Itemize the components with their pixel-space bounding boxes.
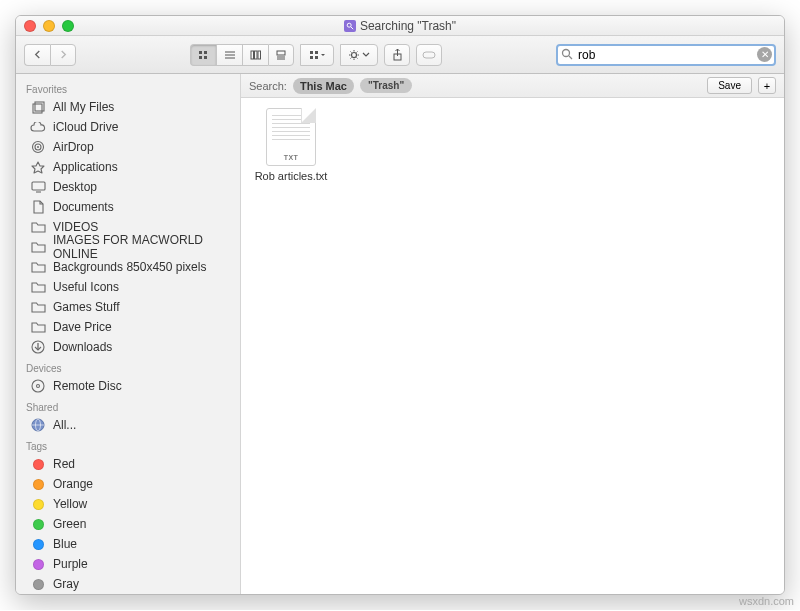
svg-rect-30 (423, 52, 435, 58)
svg-line-1 (351, 26, 353, 28)
sidebar-item[interactable]: Downloads (16, 337, 240, 357)
sidebar-item-label: Downloads (53, 340, 112, 354)
tag-icon (30, 457, 46, 471)
arrange-group (300, 44, 334, 66)
scope-bar: Search: This Mac "Trash" Save + (241, 74, 784, 98)
search-field-wrap: ✕ (556, 44, 776, 66)
sidebar-item[interactable]: Green (16, 514, 240, 534)
sidebar-item[interactable]: Red (16, 454, 240, 474)
folder-icon (30, 300, 46, 314)
sidebar-item[interactable]: AirDrop (16, 137, 240, 157)
svg-rect-15 (310, 51, 313, 54)
zoom-button[interactable] (62, 20, 74, 32)
view-mode-group (190, 44, 294, 66)
scope-this-mac[interactable]: This Mac (293, 78, 354, 94)
sidebar-item[interactable]: Desktop (16, 177, 240, 197)
sidebar-item-label: Green (53, 517, 86, 531)
sidebar-item-label: Gray (53, 577, 79, 591)
svg-rect-4 (199, 56, 202, 59)
svg-rect-11 (258, 51, 261, 59)
folder-icon (30, 240, 46, 254)
share-button[interactable] (384, 44, 410, 66)
desktop-icon (30, 180, 46, 194)
sidebar-item[interactable]: Remote Disc (16, 376, 240, 396)
svg-rect-3 (204, 51, 207, 54)
clear-search-icon[interactable]: ✕ (757, 47, 772, 62)
results-area: TXTRob articles.txt (241, 98, 784, 594)
sidebar-item[interactable]: Gray (16, 574, 240, 594)
sidebar-item[interactable]: IMAGES FOR MACWORLD ONLINE (16, 237, 240, 257)
svg-rect-34 (35, 102, 44, 111)
coverflow-view-button[interactable] (268, 44, 294, 66)
documents-icon (30, 200, 46, 214)
sidebar-item-label: Applications (53, 160, 118, 174)
tag-icon (30, 477, 46, 491)
window-title: Searching "Trash" (344, 19, 456, 33)
svg-point-0 (347, 23, 351, 27)
search-folder-icon (344, 20, 356, 32)
sidebar-item[interactable]: Backgrounds 850x450 pixels (16, 257, 240, 277)
column-view-button[interactable] (242, 44, 268, 66)
scope-label: Search: (249, 80, 287, 92)
back-button[interactable] (24, 44, 50, 66)
globe-icon (30, 418, 46, 432)
folder-icon (30, 320, 46, 334)
sidebar-item[interactable]: Documents (16, 197, 240, 217)
sidebar-item[interactable]: Dave Price (16, 317, 240, 337)
svg-rect-18 (315, 56, 318, 59)
search-input[interactable] (556, 44, 776, 66)
sidebar-item[interactable]: Applications (16, 157, 240, 177)
sidebar-item[interactable]: Useful Icons (16, 277, 240, 297)
close-button[interactable] (24, 20, 36, 32)
svg-line-25 (356, 57, 357, 58)
sidebar-item[interactable]: Yellow (16, 494, 240, 514)
list-view-button[interactable] (216, 44, 242, 66)
sidebar-item[interactable]: Blue (16, 534, 240, 554)
svg-rect-38 (32, 182, 45, 190)
sidebar-item-label: Blue (53, 537, 77, 551)
traffic-lights (24, 20, 74, 32)
icon-view-button[interactable] (190, 44, 216, 66)
all-files-icon (30, 100, 46, 114)
forward-button[interactable] (50, 44, 76, 66)
svg-rect-10 (254, 51, 257, 59)
sidebar-item-label: Useful Icons (53, 280, 119, 294)
sidebar: FavoritesAll My FilesiCloud DriveAirDrop… (16, 74, 241, 594)
sidebar-item-label: All My Files (53, 100, 114, 114)
svg-point-19 (351, 52, 356, 57)
sidebar-item-label: VIDEOS (53, 220, 98, 234)
apps-icon (30, 160, 46, 174)
save-search-button[interactable]: Save (707, 77, 752, 94)
sidebar-item-label: iCloud Drive (53, 120, 118, 134)
tag-icon (30, 517, 46, 531)
file-item[interactable]: TXTRob articles.txt (251, 108, 331, 182)
sidebar-item[interactable]: Purple (16, 554, 240, 574)
minimize-button[interactable] (43, 20, 55, 32)
tag-button[interactable] (416, 44, 442, 66)
sidebar-item[interactable]: All My Files (16, 97, 240, 117)
finder-window: Searching "Trash" (15, 15, 785, 595)
window-title-text: Searching "Trash" (360, 19, 456, 33)
titlebar: Searching "Trash" (16, 16, 784, 36)
sidebar-item[interactable]: All... (16, 415, 240, 435)
arrange-button[interactable] (300, 44, 334, 66)
sidebar-section-header: Tags (16, 435, 240, 454)
svg-point-43 (37, 385, 40, 388)
nav-buttons (24, 44, 76, 66)
scope-trash[interactable]: "Trash" (360, 78, 412, 93)
action-button[interactable] (340, 44, 378, 66)
sidebar-item-label: Purple (53, 557, 88, 571)
add-criteria-button[interactable]: + (758, 77, 776, 94)
svg-line-24 (350, 51, 351, 52)
sidebar-item-label: Backgrounds 850x450 pixels (53, 260, 206, 274)
sidebar-section-header: Favorites (16, 78, 240, 97)
sidebar-item[interactable]: Games Stuff (16, 297, 240, 317)
svg-rect-12 (277, 51, 285, 55)
sidebar-item-label: Red (53, 457, 75, 471)
svg-line-26 (350, 57, 351, 58)
sidebar-item-label: Orange (53, 477, 93, 491)
disc-icon (30, 379, 46, 393)
sidebar-item[interactable]: iCloud Drive (16, 117, 240, 137)
sidebar-item[interactable]: Orange (16, 474, 240, 494)
svg-point-37 (37, 146, 39, 148)
